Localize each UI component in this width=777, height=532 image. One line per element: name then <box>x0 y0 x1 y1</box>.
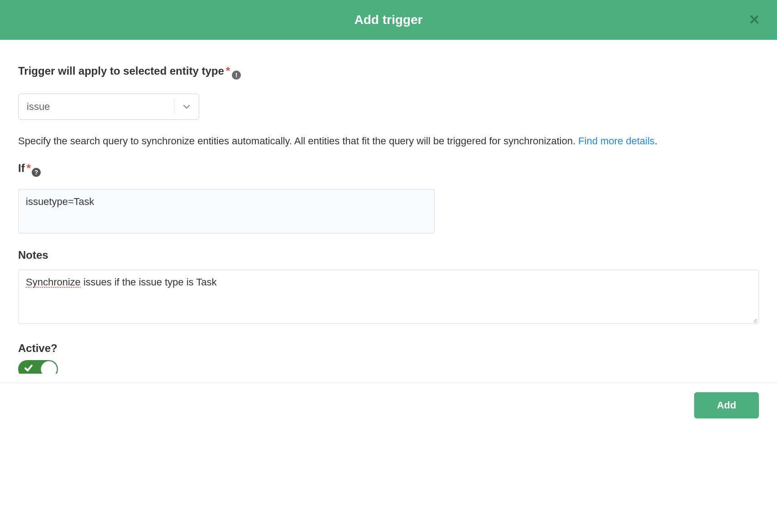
if-query-input[interactable]: issuetype=Task <box>18 189 435 233</box>
active-toggle[interactable] <box>18 360 58 374</box>
modal-body: Trigger will apply to selected entity ty… <box>0 40 777 383</box>
notes-group: Notes Synchronize issues if the issue ty… <box>18 249 759 324</box>
entity-type-group: Trigger will apply to selected entity ty… <box>18 65 759 120</box>
description-text: Specify the search query to synchronize … <box>18 133 759 148</box>
if-group: If* ? issuetype=Task <box>18 162 759 235</box>
description-text-content: Specify the search query to synchronize … <box>18 135 578 147</box>
if-label-text: If <box>18 162 25 175</box>
notes-input[interactable]: Synchronize issues if the issue type is … <box>18 270 759 324</box>
notes-label: Notes <box>18 249 48 261</box>
find-more-details-link[interactable]: Find more details <box>578 135 655 147</box>
entity-type-label: Trigger will apply to selected entity ty… <box>18 65 230 77</box>
active-label: Active? <box>18 342 58 355</box>
entity-type-label-text: Trigger will apply to selected entity ty… <box>18 65 224 77</box>
modal-title: Add trigger <box>355 13 423 27</box>
entity-type-value: issue <box>19 95 174 119</box>
info-icon[interactable]: ! <box>232 71 241 80</box>
notes-rest: issues if the issue type is Task <box>81 276 216 288</box>
help-icon[interactable]: ? <box>32 168 41 177</box>
if-label: If* <box>18 162 31 175</box>
description-period: . <box>655 135 657 147</box>
notes-word-spellcheck: Synchronize <box>26 276 81 288</box>
required-asterisk: * <box>226 65 230 77</box>
modal-footer: Add <box>0 383 777 428</box>
required-asterisk: * <box>27 162 31 175</box>
close-icon <box>750 15 759 24</box>
close-button[interactable] <box>750 14 759 26</box>
active-group: Active? <box>18 342 759 374</box>
toggle-knob <box>41 361 57 374</box>
chevron-down-icon <box>174 99 199 114</box>
add-button[interactable]: Add <box>694 392 759 418</box>
resize-handle-icon <box>751 316 758 323</box>
check-icon <box>24 363 34 374</box>
entity-type-select[interactable]: issue <box>18 94 199 120</box>
modal-header: Add trigger <box>0 0 777 40</box>
